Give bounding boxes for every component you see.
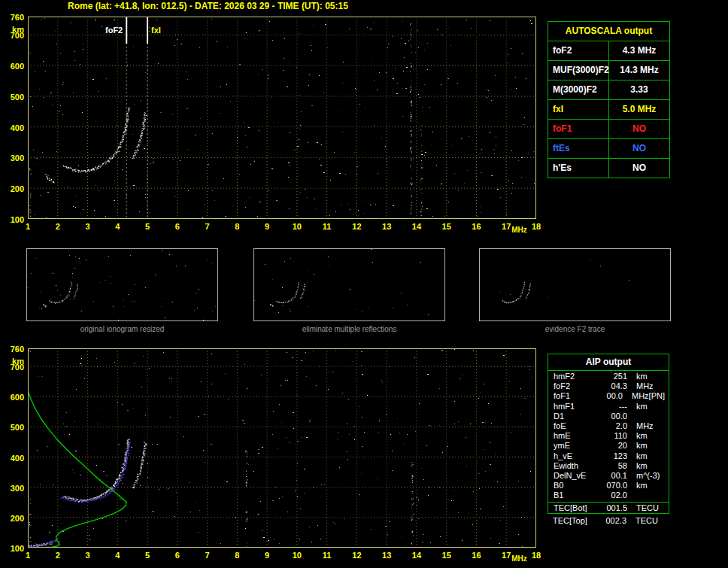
autoscala-row-value: NO (609, 139, 669, 158)
autoscala-row-value: 5.0 MHz (609, 100, 669, 119)
aip-row-value: 251 (600, 372, 627, 381)
aip-row-label: DelN_vE (548, 471, 600, 481)
autoscala-row-label: MUF(3000)F2 (548, 61, 609, 80)
aip-row-label: foF1 (548, 391, 597, 401)
aip-row-unit (627, 412, 636, 421)
autoscala-row-fxI: fxI5.0 MHz (548, 99, 669, 119)
autoscala-row-label: foF2 (548, 41, 609, 60)
x-axis-tick: 9 (260, 222, 274, 231)
aip-table-header: AIP output (548, 354, 669, 371)
aip-row-hmF2: hmF2251km (548, 372, 669, 381)
x-axis-tick: 15 (440, 222, 453, 231)
x-axis-tick: 13 (380, 222, 393, 231)
autoscala-output-table: AUTOSCALA output foF24.3 MHzMUF(3000)F21… (548, 21, 670, 178)
station-title: Rome (lat: +41.8, lon: 012.5) - DATE: 20… (68, 1, 348, 11)
x-axis-tick: 6 (171, 551, 184, 560)
aip-row-unit: km (627, 451, 648, 461)
aip-output-table: AIP output hmF2251kmfoF204.3MHzfoF100.0M… (548, 354, 669, 514)
x-axis-tick: 4 (111, 222, 124, 231)
aip-row-B1: B102.0 (548, 491, 669, 500)
y-axis-tick: 300 (5, 484, 24, 493)
autoscala-row-value: 14.3 MHz (609, 61, 669, 80)
aip-row-value: 123 (600, 451, 627, 461)
x-axis-unit-label: MHz (511, 226, 527, 234)
autoscala-row-label: h'Es (548, 159, 609, 178)
x-axis-tick: 7 (201, 222, 214, 231)
autoscala-row-value: NO (609, 120, 669, 138)
x-axis-tick: 13 (380, 551, 393, 560)
x-axis-tick: 14 (410, 222, 423, 231)
aip-row-unit: km (627, 461, 648, 471)
aip-row-unit (627, 491, 636, 500)
aip-row-value: 2.0 (600, 421, 627, 431)
x-axis-tick: 5 (141, 222, 154, 231)
x-axis-tick: 8 (230, 551, 244, 560)
aip-row-label: TEC[Top] (548, 515, 599, 526)
x-axis-unit-label: MHz (511, 554, 527, 563)
y-axis-tick: 500 (5, 93, 24, 102)
aip-row-value: 04.3 (600, 381, 627, 391)
thumbnail-evidence-f2-trace (479, 248, 671, 321)
aip-row-label: hmE (548, 431, 600, 441)
autoscala-table-header: AUTOSCALA output (548, 22, 669, 41)
aip-row-unit: m^(-3) (627, 471, 660, 481)
autoscala-row-ftEs: ftEsNO (548, 138, 669, 158)
aip-row-value: 02.0 (600, 491, 627, 500)
autoscala-row-foF2: foF24.3 MHz (548, 41, 669, 60)
aip-row-value: 00.0 (600, 412, 627, 421)
aip-tec-top-row: TEC[Top]002.3TECU (548, 515, 669, 526)
aip-row-unit: TECU (626, 515, 658, 526)
x-axis-tick: 8 (230, 222, 244, 231)
aip-row-unit: MHz (623, 391, 649, 401)
aip-row-label: TEC[Bot] (548, 503, 600, 513)
autoscala-row-label: foF1 (548, 120, 609, 138)
autoscala-row-value: 3.33 (609, 80, 669, 99)
aip-row-value: 20 (600, 441, 627, 451)
t2-svg (254, 249, 444, 320)
autoscala-row-value: 4.3 MHz (609, 41, 669, 60)
profile-bottom-plot (28, 348, 536, 548)
x-axis-tick: 4 (111, 551, 124, 560)
autoscala-row-label: ftEs (548, 139, 609, 158)
y-axis-unit-label: km (5, 357, 24, 366)
aip-row-unit: km (627, 441, 648, 451)
aip-row-hmE: hmE110km (548, 431, 669, 441)
autoscala-row-h'Es: h'EsNO (548, 158, 669, 178)
x-axis-tick: 10 (290, 551, 304, 560)
x-axis-tick: 11 (320, 222, 334, 231)
aip-row-DelN_vE: DelN_vE00.1m^(-3) (548, 471, 669, 481)
x-axis-tick: 2 (51, 551, 65, 560)
aip-row-unit: km (627, 481, 648, 491)
y-axis-tick: 600 (5, 393, 24, 402)
x-axis-tick: 5 (141, 551, 154, 560)
fxI-marker-label: fxI (151, 26, 161, 35)
aip-row-Ewidth: Ewidth58km (548, 461, 669, 471)
aip-row-hmF1: hmF1---km (548, 402, 669, 412)
autoscala-row-label: M(3000)F2 (548, 80, 609, 99)
aip-row-value: --- (600, 402, 627, 412)
aip-row-label: B0 (548, 481, 600, 491)
x-axis-tick: 11 (320, 551, 334, 560)
ionogram-top-svg (28, 17, 536, 219)
y-axis-tick: 300 (5, 153, 24, 163)
x-axis-tick: 15 (440, 551, 453, 560)
autoscala-table-body: foF24.3 MHzMUF(3000)F214.3 MHzM(3000)F23… (548, 41, 669, 178)
aip-row-label: D1 (548, 412, 600, 421)
x-axis-tick: 18 (529, 551, 543, 560)
aip-row-ymE: ymE20km (548, 441, 669, 451)
x-axis-tick: 14 (410, 551, 423, 560)
x-axis-tick: 1 (21, 551, 35, 560)
aip-row-label: B1 (548, 491, 600, 500)
aip-row-value: 110 (600, 431, 627, 441)
y-axis-tick: 500 (5, 423, 24, 432)
aip-row-unit: MHz (627, 381, 654, 391)
x-axis-tick: 2 (51, 222, 65, 231)
aip-row-value: 58 (600, 461, 627, 471)
y-axis-tick: 200 (5, 514, 24, 523)
aip-row-foF2: foF204.3MHz (548, 381, 669, 391)
aip-row-unit: km (627, 372, 648, 381)
y-axis-tick: 760 (5, 13, 24, 22)
aip-row-label: ymE (548, 441, 600, 451)
aip-row-value: 001.5 (600, 503, 627, 513)
x-axis-tick: 3 (81, 222, 95, 231)
